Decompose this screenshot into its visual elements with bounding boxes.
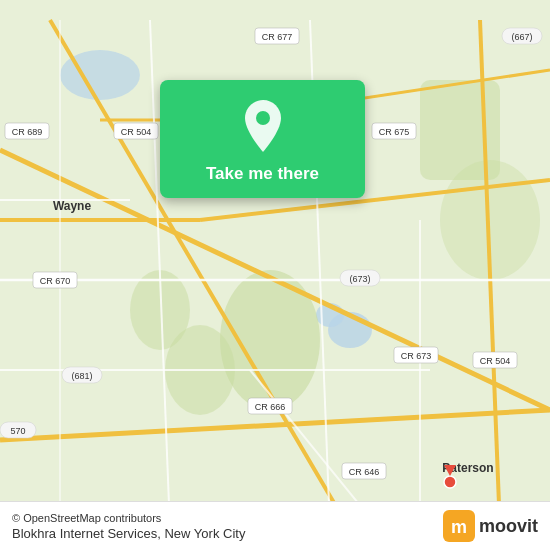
bottom-left-info: © OpenStreetMap contributors Blokhra Int…	[12, 512, 245, 541]
svg-text:CR 666: CR 666	[255, 402, 286, 412]
moovit-text: moovit	[479, 516, 538, 537]
svg-text:CR 670: CR 670	[40, 276, 71, 286]
svg-text:CR 689: CR 689	[12, 127, 43, 137]
svg-text:570: 570	[10, 426, 25, 436]
svg-text:CR 646: CR 646	[349, 467, 380, 477]
svg-point-55	[256, 111, 270, 125]
attribution-text: © OpenStreetMap contributors	[12, 512, 245, 524]
location-card[interactable]: Take me there	[160, 80, 365, 198]
svg-point-53	[444, 476, 456, 488]
svg-text:CR 675: CR 675	[379, 127, 410, 137]
svg-text:(667): (667)	[511, 32, 532, 42]
svg-text:CR 673: CR 673	[401, 351, 432, 361]
svg-text:CR 504: CR 504	[480, 356, 511, 366]
svg-text:CR 504: CR 504	[121, 127, 152, 137]
service-name-text: Blokhra Internet Services, New York City	[12, 526, 245, 541]
bottom-bar: © OpenStreetMap contributors Blokhra Int…	[0, 501, 550, 550]
svg-text:m: m	[451, 517, 467, 537]
moovit-logo: m moovit	[443, 510, 538, 542]
svg-text:(681): (681)	[71, 371, 92, 381]
map-container: CR 677 (667) CR 689 CR 504 CR 675 CR 670…	[0, 0, 550, 550]
svg-text:(673): (673)	[349, 274, 370, 284]
svg-point-4	[220, 270, 320, 410]
take-me-there-button[interactable]: Take me there	[206, 164, 319, 184]
svg-text:Wayne: Wayne	[53, 199, 92, 213]
moovit-icon: m	[443, 510, 475, 542]
svg-text:CR 677: CR 677	[262, 32, 293, 42]
location-pin-icon	[241, 100, 285, 152]
